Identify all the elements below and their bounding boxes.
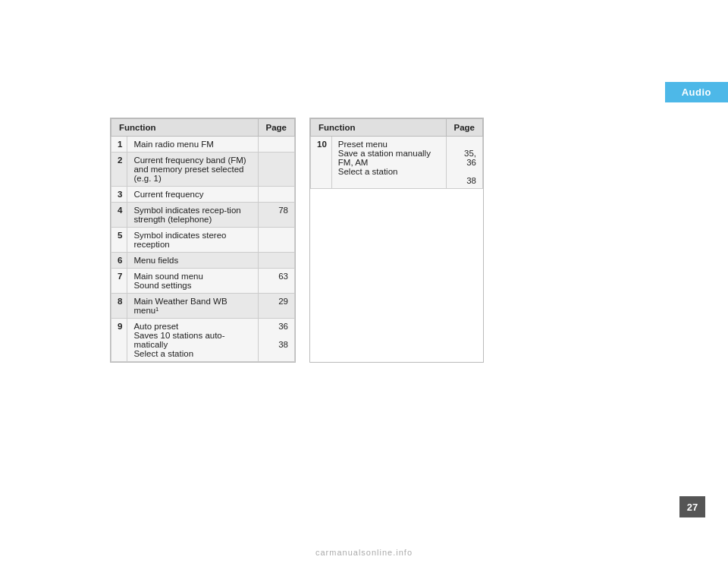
- row-function: Symbol indicates recep-tion strength (te…: [127, 203, 258, 228]
- row-page: [258, 228, 295, 253]
- table-row: 9Auto presetSaves 10 stations auto-matic…: [111, 319, 295, 362]
- page-number: 27: [679, 496, 705, 517]
- row-function: Current frequency band (FM) and memory p…: [127, 153, 258, 187]
- left-table: Function Page 1Main radio menu FM2Curren…: [110, 118, 296, 363]
- table-row: 8Main Weather Band WB menu¹29: [111, 294, 295, 319]
- row-number: 10: [311, 137, 332, 189]
- table-row: 6Menu fields: [111, 253, 295, 269]
- row-page: [258, 253, 295, 269]
- row-function: Menu fields: [127, 253, 258, 269]
- left-function-header: Function: [111, 119, 259, 137]
- row-number: 8: [111, 294, 127, 319]
- row-function: Symbol indicates stereo reception: [127, 228, 258, 253]
- row-number: 3: [111, 187, 127, 203]
- table-row: 2Current frequency band (FM) and memory …: [111, 153, 295, 187]
- row-function: Main sound menuSound settings: [127, 269, 258, 294]
- row-function: Current frequency: [127, 187, 258, 203]
- row-page: 35, 3638: [446, 137, 483, 189]
- row-number: 6: [111, 253, 127, 269]
- watermark: carmanualsonline.info: [315, 548, 413, 557]
- row-number: 5: [111, 228, 127, 253]
- table-row: 4Symbol indicates recep-tion strength (t…: [111, 203, 295, 228]
- row-page: 63: [258, 269, 295, 294]
- row-page: [258, 137, 295, 153]
- row-page: 29: [258, 294, 295, 319]
- row-number: 4: [111, 203, 127, 228]
- table-row: 1Main radio menu FM: [111, 137, 295, 153]
- row-number: 9: [111, 319, 127, 362]
- right-function-header: Function: [311, 119, 447, 137]
- row-function: Main Weather Band WB menu¹: [127, 294, 258, 319]
- row-page: [258, 187, 295, 203]
- table-row: 5Symbol indicates stereo reception: [111, 228, 295, 253]
- left-page-header: Page: [258, 119, 295, 137]
- row-number: 2: [111, 153, 127, 187]
- row-number: 1: [111, 137, 127, 153]
- table-row: 3Current frequency: [111, 187, 295, 203]
- row-function: Auto presetSaves 10 stations auto-matica…: [127, 319, 258, 362]
- row-number: 7: [111, 269, 127, 294]
- right-table: Function Page 10Preset menuSave a statio…: [309, 118, 484, 363]
- row-function: Preset menuSave a station manually FM, A…: [331, 137, 446, 189]
- tables-container: Function Page 1Main radio menu FM2Curren…: [110, 118, 484, 363]
- row-function: Main radio menu FM: [127, 137, 258, 153]
- audio-tab: Audio: [665, 82, 728, 102]
- right-page-header: Page: [446, 119, 483, 137]
- row-page: [258, 153, 295, 187]
- row-page: 3638: [258, 319, 295, 362]
- table-row: 7Main sound menuSound settings63: [111, 269, 295, 294]
- table-row: 10Preset menuSave a station manually FM,…: [311, 137, 483, 189]
- row-page: 78: [258, 203, 295, 228]
